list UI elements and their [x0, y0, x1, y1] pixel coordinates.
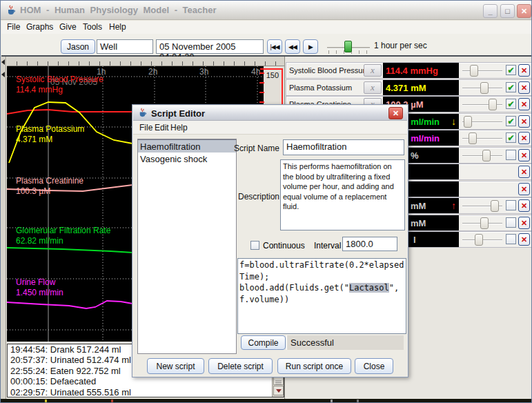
script-code-editor[interactable]: f=blood.ultraFiltrate(0.2*elapsedTime); … [237, 258, 406, 334]
visibility-checkbox[interactable] [506, 65, 516, 75]
slider-thumb[interactable] [480, 217, 489, 229]
parameter-slider[interactable] [461, 81, 505, 95]
trend-arrow-icon: ↑ [451, 200, 456, 211]
slider-thumb[interactable] [491, 200, 499, 212]
parameter-slider[interactable] [461, 199, 505, 213]
slider-thumb[interactable] [480, 82, 489, 94]
visibility-checkbox[interactable] [506, 132, 516, 143]
remove-parameter-button[interactable]: ✕ [518, 233, 530, 246]
remove-parameter-button[interactable]: ✕ [518, 115, 530, 128]
parameter-value-display: 114.4 mmHg [383, 63, 459, 78]
new-script-button[interactable]: New script [147, 358, 204, 374]
remove-parameter-button[interactable]: ✕ [518, 217, 530, 229]
maximize-button[interactable]: □ [500, 4, 515, 18]
title-bar: HOM - Human Physiology Model - Teacher _… [1, 1, 532, 20]
menu-give[interactable]: Give [59, 22, 77, 32]
timeline-strip [1, 399, 532, 403]
hour-label: 2h [148, 67, 157, 77]
parameter-label: Systolic Blood Pressure [289, 66, 369, 75]
event-mark [331, 400, 333, 403]
axis-tick [259, 82, 264, 83]
remove-parameter-button[interactable]: ✕ [518, 183, 530, 195]
axis-max-value: 150 [266, 71, 279, 79]
rewind-button[interactable]: ◀◀ [285, 39, 300, 54]
remove-parameter-button[interactable]: ✕ [518, 166, 530, 178]
visibility-checkbox[interactable] [506, 99, 516, 109]
skip-to-start-button[interactable]: |◀◀ [267, 39, 282, 54]
description-field[interactable]: This performs haemofiltration on the blo… [280, 159, 405, 230]
slider-thumb[interactable] [469, 132, 477, 144]
hour-label: 3h [199, 67, 208, 77]
visibility-checkbox[interactable] [506, 217, 516, 228]
condition-field[interactable]: Well [97, 39, 153, 54]
speed-label: 1 hour per sec [374, 41, 427, 50]
play-button[interactable]: ▶ [303, 39, 318, 54]
dialog-menu-file[interactable]: File [139, 123, 152, 132]
time-ruler[interactable] [7, 57, 284, 66]
remove-parameter-button[interactable]: ✕ [518, 199, 530, 212]
visibility-checkbox[interactable] [506, 150, 516, 160]
parameter-slider[interactable] [461, 233, 505, 247]
arrow-down-icon [276, 389, 282, 393]
close-button[interactable]: ✕ [517, 4, 531, 18]
slider-groove [462, 70, 502, 72]
parameter-value: 114.4 mmHg [386, 66, 438, 76]
dialog-menu-edit[interactable]: Edit [155, 123, 169, 132]
menu-help[interactable]: Help [109, 22, 126, 32]
visibility-checkbox[interactable] [506, 200, 516, 210]
compile-button[interactable]: Compile [241, 335, 286, 350]
remove-parameter-button[interactable]: ✕ [518, 81, 530, 94]
remove-parameter-button[interactable]: ✕ [518, 64, 530, 77]
formula-button[interactable]: x [364, 81, 382, 94]
slider-thumb[interactable] [475, 234, 483, 246]
speed-slider-thumb[interactable] [344, 41, 352, 52]
dialog-menu-help[interactable]: Help [170, 123, 188, 132]
speed-slider[interactable] [327, 43, 370, 53]
trace-value: 1.450 ml/min [16, 288, 63, 297]
interval-field[interactable]: 1800.0 [342, 237, 397, 251]
slider-thumb[interactable] [482, 150, 491, 161]
menu-tools[interactable]: Tools [83, 22, 102, 32]
close-dialog-button[interactable]: Close [355, 358, 393, 374]
slider-thumb[interactable] [464, 116, 472, 128]
patient-button[interactable]: Jason [61, 39, 95, 54]
parameter-row: Plasma Potassium x 4.371 mM ✕ [286, 79, 532, 96]
parameter-slider[interactable] [461, 132, 505, 146]
slider-thumb[interactable] [470, 65, 478, 77]
remove-parameter-button[interactable]: ✕ [518, 149, 530, 161]
log-entry: 02:29:57: Urinated 555.516 ml [8, 387, 284, 397]
collapse-left-icon[interactable] [1, 59, 5, 65]
collapse-left-icon[interactable] [1, 72, 5, 77]
minimize-button[interactable]: _ [483, 4, 497, 18]
toolbar: Jason Well 05 November 2005 04:04:20 |◀◀… [1, 34, 532, 57]
visibility-checkbox[interactable] [506, 82, 516, 92]
delete-script-button[interactable]: Delete script [208, 358, 273, 374]
parameter-slider[interactable] [461, 115, 505, 129]
formula-button[interactable]: x [364, 64, 382, 77]
continuous-checkbox[interactable] [250, 241, 259, 250]
dialog-title-bar: Script Editor ✕ [133, 106, 407, 121]
parameter-value: 4.371 mM [386, 83, 426, 93]
menu-file[interactable]: File [7, 22, 20, 32]
remove-parameter-button[interactable]: ✕ [518, 132, 530, 144]
datetime-field[interactable]: 05 November 2005 04:04:20 [156, 39, 264, 54]
java-app-icon [6, 5, 17, 16]
run-script-once-button[interactable]: Run script once [277, 358, 351, 374]
parameter-slider[interactable] [461, 217, 505, 230]
parameter-slider[interactable] [461, 98, 505, 112]
script-list-item[interactable]: Vasogenic shock [138, 153, 236, 166]
remove-parameter-button[interactable]: ✕ [518, 98, 530, 110]
script-list-item-selected[interactable]: Haemofiltration [138, 139, 236, 153]
scroll-down-button[interactable] [273, 386, 284, 395]
parameter-slider[interactable] [461, 149, 505, 163]
dialog-close-button[interactable]: ✕ [388, 107, 403, 119]
menu-graphs[interactable]: Graphs [26, 22, 53, 32]
script-name-field[interactable]: Haemofiltration [283, 139, 404, 155]
trace-value: 114.4 mmHg [16, 85, 63, 95]
parameter-row: Systolic Blood Pressure x 114.4 mmHg ✕ [286, 62, 532, 79]
parameter-slider[interactable] [461, 64, 505, 78]
visibility-checkbox[interactable] [506, 116, 516, 126]
visibility-checkbox[interactable] [506, 234, 516, 244]
parameter-value-display: 4.371 mM [383, 80, 459, 95]
slider-thumb[interactable] [489, 99, 497, 110]
